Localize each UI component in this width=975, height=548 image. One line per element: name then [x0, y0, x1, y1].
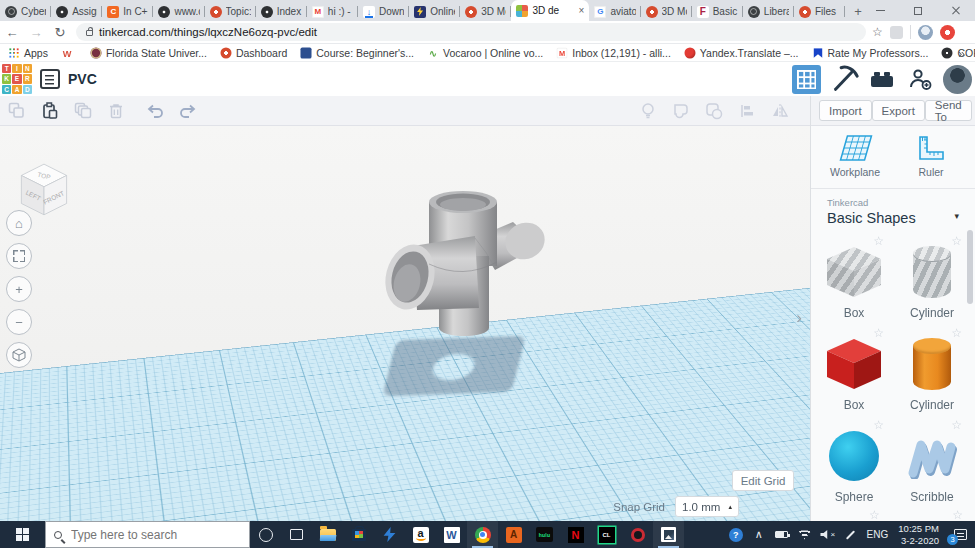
user-avatar[interactable]: [943, 65, 972, 94]
duplicate-button[interactable]: [66, 102, 99, 119]
snap-grid-dropdown[interactable]: 1.0 mm ▴: [675, 496, 739, 517]
browser-tab[interactable]: Liberal: [743, 2, 794, 21]
fit-view-button[interactable]: [6, 243, 32, 269]
taskbar-app-button[interactable]: [374, 521, 405, 548]
undo-button[interactable]: [138, 104, 171, 118]
browser-tab[interactable]: Index o: [256, 2, 307, 21]
taskbar-app-button[interactable]: [467, 521, 498, 548]
https-lock-icon[interactable]: [86, 30, 93, 36]
volume-tray-button[interactable]: ×: [816, 521, 839, 548]
taskbar-app-button[interactable]: [312, 521, 343, 548]
align-button[interactable]: [730, 102, 763, 120]
browser-profile-avatar[interactable]: [918, 25, 933, 40]
ungroup-button[interactable]: [697, 102, 730, 120]
scrollbar-thumb[interactable]: [967, 230, 973, 304]
url-omnibox[interactable]: tinkercad.com/things/lqxczNe6ozq-pvc/edi…: [76, 23, 866, 41]
window-maximize-button[interactable]: [899, 0, 937, 21]
browser-tab[interactable]: Basic P: [692, 2, 743, 21]
browser-tab[interactable]: 3D Mo: [460, 2, 511, 21]
taskbar-app-button[interactable]: [529, 521, 560, 548]
perspective-toggle-button[interactable]: [6, 342, 32, 368]
paste-button[interactable]: [33, 102, 66, 119]
taskbar-app-button[interactable]: [250, 521, 281, 548]
browser-tab[interactable]: hi :) - al: [307, 2, 358, 21]
language-indicator[interactable]: ENG: [862, 529, 892, 540]
ruler-tool[interactable]: Ruler: [896, 134, 966, 178]
favorite-star-icon[interactable]: ☆: [873, 418, 884, 432]
panel-collapse-chevron[interactable]: ›: [796, 308, 802, 328]
bookmark-star-icon[interactable]: ☆: [872, 25, 883, 39]
shape-item-box-hole[interactable]: ☆ Box: [816, 232, 892, 324]
import-button[interactable]: Import: [819, 100, 872, 121]
3d-viewport[interactable]: TOP LEFT FRONT ⌂ + − › Edit Grid Snap Gr…: [0, 126, 810, 521]
window-minimize-button[interactable]: [861, 0, 899, 21]
tab-close-icon[interactable]: ×: [579, 5, 585, 16]
back-button[interactable]: ←: [0, 25, 24, 40]
bookmarks-overflow-button[interactable]: »: [958, 47, 965, 61]
browser-tab[interactable]: Downlo: [358, 2, 409, 21]
browser-tab[interactable]: 3D de ×: [511, 0, 589, 21]
bookmark-item[interactable]: Yandex.Translate –...: [684, 47, 799, 59]
browser-tab[interactable]: Topic: C: [205, 2, 256, 21]
design-properties-icon[interactable]: [40, 69, 60, 89]
shape-item-sphere[interactable]: ☆ Sphere: [816, 416, 892, 508]
zoom-in-button[interactable]: +: [6, 276, 32, 302]
bookmark-item[interactable]: Inbox (12,191) - alli...: [556, 47, 671, 59]
help-tray-button[interactable]: ?: [724, 521, 747, 548]
wifi-tray-button[interactable]: [793, 521, 816, 548]
browser-tab[interactable]: Files: [794, 2, 845, 21]
taskbar-app-button[interactable]: [343, 521, 374, 548]
view-cube[interactable]: TOP LEFT FRONT: [18, 162, 70, 218]
bookmark-item[interactable]: [61, 47, 77, 59]
view-blocks-button[interactable]: [792, 65, 821, 94]
taskbar-app-button[interactable]: [281, 521, 312, 548]
taskbar-app-button[interactable]: [653, 521, 684, 548]
group-button[interactable]: [664, 102, 697, 120]
favorite-star-icon[interactable]: ☆: [952, 508, 963, 522]
shape-library-dropdown[interactable]: Tinkercad Basic Shapes ▾: [811, 189, 975, 232]
action-center-button[interactable]: 3: [945, 521, 975, 548]
bookmark-item[interactable]: Apps: [8, 47, 48, 59]
taskbar-app-button[interactable]: [560, 521, 591, 548]
workplane-tool[interactable]: Workplane: [820, 134, 890, 178]
taskbar-app-button[interactable]: [591, 521, 622, 548]
favorite-star-icon[interactable]: ☆: [869, 508, 880, 522]
search-input[interactable]: [69, 527, 219, 543]
shape-item-scribble[interactable]: ☆ Scribble: [894, 416, 970, 508]
taskbar-search[interactable]: [45, 521, 250, 548]
browser-tab[interactable]: www.cs: [153, 2, 204, 21]
shape-item-box[interactable]: ☆ Box: [816, 324, 892, 416]
pen-tray-button[interactable]: [839, 521, 862, 548]
battery-tray-button[interactable]: [770, 521, 793, 548]
taskbar-app-button[interactable]: [405, 521, 436, 548]
shape-item-cylinder-hole[interactable]: ☆ Cylinder: [894, 232, 970, 324]
export-button[interactable]: Export: [872, 100, 925, 121]
reload-button[interactable]: ↻: [48, 25, 72, 40]
show-all-button[interactable]: [631, 102, 664, 120]
extension-icon[interactable]: [890, 26, 903, 39]
taskbar-app-button[interactable]: [622, 521, 653, 548]
favorite-star-icon[interactable]: ☆: [873, 326, 884, 340]
bookmark-item[interactable]: Dashboard: [220, 47, 287, 59]
tinker-pickaxe-icon[interactable]: [829, 64, 859, 94]
window-close-button[interactable]: [937, 0, 975, 21]
favorite-star-icon[interactable]: ☆: [951, 418, 962, 432]
browser-tab[interactable]: 3D Mo: [641, 2, 692, 21]
favorite-star-icon[interactable]: ☆: [873, 234, 884, 248]
design-title[interactable]: PVC: [68, 71, 97, 87]
taskbar-app-button[interactable]: [498, 521, 529, 548]
tray-expand-chevron[interactable]: ∧: [747, 521, 770, 548]
panel-scrollbar[interactable]: [967, 130, 973, 519]
bookmark-item[interactable]: Course: Beginner's...: [300, 47, 414, 59]
bookmark-item[interactable]: Florida State Univer...: [90, 47, 207, 59]
send-to-button[interactable]: Send To: [925, 100, 972, 121]
taskbar-clock[interactable]: 10:25 PM 3-2-2020: [892, 523, 945, 546]
edit-grid-button[interactable]: Edit Grid: [732, 470, 794, 491]
redo-button[interactable]: [171, 104, 204, 118]
browser-tab[interactable]: Assignm: [51, 2, 102, 21]
forward-button[interactable]: →: [24, 25, 48, 40]
home-view-button[interactable]: ⌂: [6, 210, 32, 236]
pvc-cross-fitting-object[interactable]: [383, 186, 553, 341]
shape-item-cylinder[interactable]: ☆ Cylinder: [894, 324, 970, 416]
chrome-update-badge[interactable]: [940, 25, 955, 40]
